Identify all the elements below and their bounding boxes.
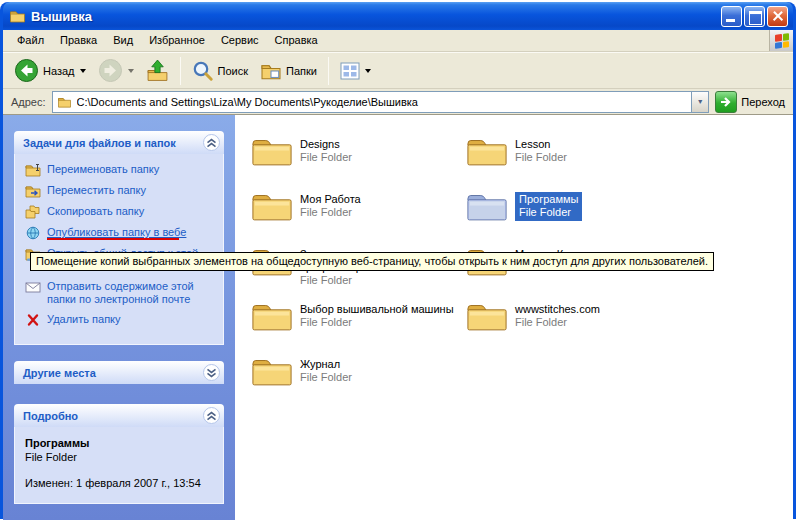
file-name: Lesson xyxy=(515,138,567,151)
file-tile-lesson[interactable]: Lesson File Folder xyxy=(466,135,671,190)
section-file-tasks: Задачи для файлов и папок Переименовать … xyxy=(14,131,224,345)
address-path: C:\Documents and Settings\Liza\My Docume… xyxy=(77,96,687,108)
file-tile-vybor-mashiny[interactable]: Выбор вышивальной машины File Folder xyxy=(251,300,456,355)
file-type: File Folder xyxy=(515,316,600,329)
toolbar-separator xyxy=(180,57,181,85)
menu-favorites[interactable]: Избранное xyxy=(141,30,213,51)
folder-icon xyxy=(251,190,293,223)
publish-folder-icon xyxy=(25,226,41,240)
section-other-places: Другие места xyxy=(14,361,224,384)
folder-icon xyxy=(251,355,293,388)
task-label: Переименовать папку xyxy=(47,163,159,176)
delete-folder-icon xyxy=(25,313,41,327)
file-name: Журнал xyxy=(300,358,352,371)
folder-icon xyxy=(466,135,508,168)
views-button[interactable] xyxy=(335,60,376,82)
email-folder-icon xyxy=(25,280,41,294)
forward-dropdown[interactable] xyxy=(128,69,134,73)
folders-button[interactable]: Папки xyxy=(255,60,322,82)
file-type: File Folder xyxy=(515,151,567,164)
details-item-modified: Изменен: 1 февраля 2007 г., 13:54 xyxy=(25,477,217,489)
address-folder-icon xyxy=(57,96,72,108)
close-button[interactable] xyxy=(767,6,788,27)
search-icon xyxy=(192,60,214,82)
back-dropdown[interactable] xyxy=(80,69,86,73)
forward-icon xyxy=(98,58,123,83)
details-item-name: Программы xyxy=(25,437,217,449)
up-folder-icon xyxy=(146,59,169,82)
copy-folder-icon xyxy=(25,205,41,219)
task-label: Переместить папку xyxy=(47,184,146,197)
file-type: File Folder xyxy=(300,371,352,384)
file-tile-zhurnal[interactable]: Журнал File Folder xyxy=(251,355,456,410)
details-title: Подробно xyxy=(23,410,78,422)
annotation-red-underline xyxy=(47,238,179,240)
back-label: Назад xyxy=(43,65,75,77)
file-tile-moya-rabota[interactable]: Моя Работа File Folder xyxy=(251,190,456,245)
address-dropdown-button[interactable]: ▼ xyxy=(691,92,708,112)
go-button[interactable] xyxy=(715,91,737,113)
views-icon xyxy=(340,62,360,80)
file-name: Выбор вышивальной машины xyxy=(300,303,454,316)
tooltip: Помещение копий выбранных элементов на о… xyxy=(30,252,714,271)
menu-file[interactable]: Файл xyxy=(9,30,52,51)
menu-help[interactable]: Справка xyxy=(267,30,326,51)
views-dropdown[interactable] xyxy=(365,69,371,73)
back-button[interactable]: Назад xyxy=(9,56,91,85)
file-tile-designs[interactable]: Designs File Folder xyxy=(251,135,456,190)
menu-edit[interactable]: Правка xyxy=(52,30,105,51)
go-arrow-icon xyxy=(719,95,733,109)
rename-folder-icon xyxy=(25,163,41,177)
toolbar: Назад Поиск Папки xyxy=(3,52,793,89)
file-tasks-title: Задачи для файлов и папок xyxy=(23,137,176,149)
address-combobox[interactable]: C:\Documents and Settings\Liza\My Docume… xyxy=(52,91,710,113)
expand-chevron-icon[interactable] xyxy=(203,364,220,381)
search-button[interactable]: Поиск xyxy=(187,58,253,84)
file-tile-programmy-selected[interactable]: Программы File Folder xyxy=(466,190,671,245)
task-label: Удалить папку xyxy=(47,313,121,326)
window-title: Вышивка xyxy=(31,9,716,24)
collapse-chevron-icon[interactable] xyxy=(203,134,220,151)
window-folder-icon xyxy=(9,9,26,23)
windows-logo xyxy=(769,30,793,51)
menu-tools[interactable]: Сервис xyxy=(213,30,267,51)
menu-view[interactable]: Вид xyxy=(105,30,141,51)
task-pane: Задачи для файлов и папок Переименовать … xyxy=(3,115,235,520)
folder-icon xyxy=(251,300,293,333)
file-tasks-header[interactable]: Задачи для файлов и папок xyxy=(14,131,224,154)
details-header[interactable]: Подробно xyxy=(14,404,224,427)
task-rename-folder[interactable]: Переименовать папку xyxy=(25,163,219,177)
folder-icon xyxy=(466,300,508,333)
file-type: File Folder xyxy=(300,316,454,329)
task-copy-folder[interactable]: Скопировать папку xyxy=(25,205,219,219)
maximize-button[interactable] xyxy=(744,6,765,27)
task-email-folder[interactable]: Отправить содержимое этой папки по элект… xyxy=(25,280,219,306)
task-label: Отправить содержимое этой папки по элект… xyxy=(47,280,219,306)
file-name: Моя Работа xyxy=(300,193,361,206)
details-item-type: File Folder xyxy=(25,451,217,463)
file-tile-wwwstitches[interactable]: wwwstitches.com File Folder xyxy=(466,300,671,355)
file-name: Программы xyxy=(519,193,578,206)
task-move-folder[interactable]: Переместить папку xyxy=(25,184,219,198)
section-details: Подробно Программы File Folder Изменен: … xyxy=(14,404,224,504)
other-places-header[interactable]: Другие места xyxy=(14,361,224,384)
toolbar-separator xyxy=(328,57,329,85)
up-button[interactable] xyxy=(141,57,174,84)
task-label: Скопировать папку xyxy=(47,205,144,218)
back-icon xyxy=(14,58,39,83)
folder-icon-selected xyxy=(466,190,508,223)
search-label: Поиск xyxy=(218,65,248,77)
other-places-title: Другие места xyxy=(23,367,96,379)
file-type: File Folder xyxy=(300,151,352,164)
address-label: Адрес: xyxy=(11,96,46,108)
explorer-window: Вышивка Файл Правка Вид Избранное Сервис… xyxy=(0,2,796,519)
collapse-chevron-icon[interactable] xyxy=(203,407,220,424)
forward-button[interactable] xyxy=(93,56,139,85)
minimize-button[interactable] xyxy=(721,6,742,27)
folder-icon xyxy=(251,135,293,168)
task-publish-folder[interactable]: Опубликовать папку в вебе xyxy=(25,226,219,240)
task-delete-folder[interactable]: Удалить папку xyxy=(25,313,219,327)
address-bar: Адрес: C:\Documents and Settings\Liza\My… xyxy=(3,89,793,115)
move-folder-icon xyxy=(25,184,41,198)
file-list-area[interactable]: Designs File Folder Lesson File Folder М… xyxy=(235,115,793,520)
